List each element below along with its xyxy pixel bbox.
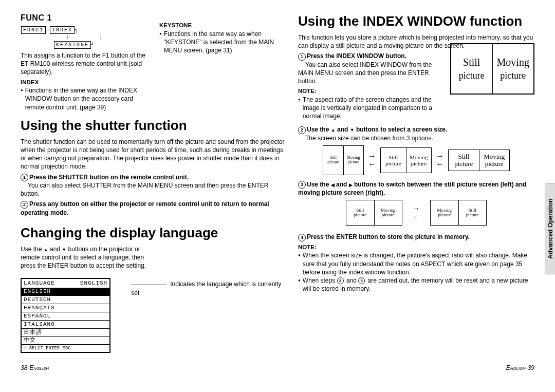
- shutter-step1: 1Press the SHUTTER button on the remote …: [21, 173, 288, 198]
- language-caption: Indicates the language which is currentl…: [131, 278, 288, 353]
- screen-size-options: Stillpicture Movingpicture →← Stillpictu…: [298, 145, 534, 175]
- lang-item: DEUTSCH: [22, 296, 109, 304]
- iw-note2b: When steps 2 and 3 are carried out, the …: [303, 276, 534, 293]
- keystone-text: Functions in the same way as when "KEYST…: [164, 30, 288, 55]
- iw-step4: 4Press the ENTER button to store the pic…: [298, 233, 534, 241]
- func1-intro: This assigns a function to the F1 button…: [21, 51, 149, 77]
- language-heading: Changing the display language: [21, 224, 288, 242]
- page-number-left: 38-English: [21, 364, 49, 372]
- lang-item: ITALIANO: [22, 321, 109, 329]
- lang-item: 中文: [22, 337, 109, 345]
- language-intro: Use the and buttons on the projector or …: [21, 245, 149, 270]
- keystone-block: KEYSTONE Functions in the same way as wh…: [159, 12, 288, 111]
- iw-note2a: When the screen size is changed, the pic…: [303, 251, 534, 276]
- page-left: FUNC 1 FUNC1→INDEX┐ ↓ │ KEYSTONE┘ This a…: [21, 12, 288, 362]
- iw-step2: 2Use the and buttons to select a screen …: [298, 125, 534, 142]
- manual-spread: FUNC 1 FUNC1→INDEX┐ ↓ │ KEYSTONE┘ This a…: [0, 0, 555, 392]
- iw-step1: 1Press the INDEX WINDOW button. You can …: [298, 52, 447, 85]
- shutter-step2: 2Press any button on either the projecto…: [21, 200, 288, 217]
- page-footer: 38-English English-39: [21, 364, 534, 372]
- lang-item: 日本語: [22, 329, 109, 337]
- lang-menu-footer: ↕ SELCT ENTER ESC: [22, 345, 109, 352]
- switch-illustration: Stillpicture Movingpicture →← Movingpict…: [298, 200, 534, 226]
- index-text: Functions in the same way as the INDEX W…: [25, 86, 149, 111]
- section-tab: Advanced Operation: [545, 183, 555, 274]
- func1-heading: FUNC 1: [21, 12, 149, 24]
- note-label: NOTE:: [298, 87, 447, 96]
- keystone-subhead: KEYSTONE: [159, 22, 288, 30]
- lang-item: ESPAÑOL: [22, 312, 109, 321]
- index-window-heading: Using the INDEX WINDOW function: [298, 12, 534, 30]
- page-right: Using the INDEX WINDOW function This fun…: [298, 12, 534, 362]
- lang-item: FRANÇAIS: [22, 304, 109, 312]
- func1-diagram: FUNC1→INDEX┐ ↓ │ KEYSTONE┘: [21, 26, 149, 50]
- iw-note1: The aspect ratio of the screen changes a…: [303, 96, 447, 121]
- note-label-2: NOTE:: [298, 244, 534, 252]
- iw-step3: 3Use the and buttons to switch between t…: [298, 180, 534, 197]
- func1-block: FUNC 1 FUNC1→INDEX┐ ↓ │ KEYSTONE┘ This a…: [21, 12, 149, 111]
- lang-item: ENGLISH: [22, 288, 109, 296]
- index-subhead: INDEX: [21, 79, 149, 87]
- shutter-heading: Using the shutter function: [21, 117, 288, 135]
- index-window-illustration: Stillpicture Movingpicture: [450, 43, 534, 95]
- shutter-intro: The shutter function can be used to mome…: [21, 138, 288, 171]
- language-menu: LANGUAGEENGLISH ENGLISH DEUTSCH FRANÇAIS…: [21, 278, 110, 353]
- page-number-right: English-39: [506, 364, 534, 372]
